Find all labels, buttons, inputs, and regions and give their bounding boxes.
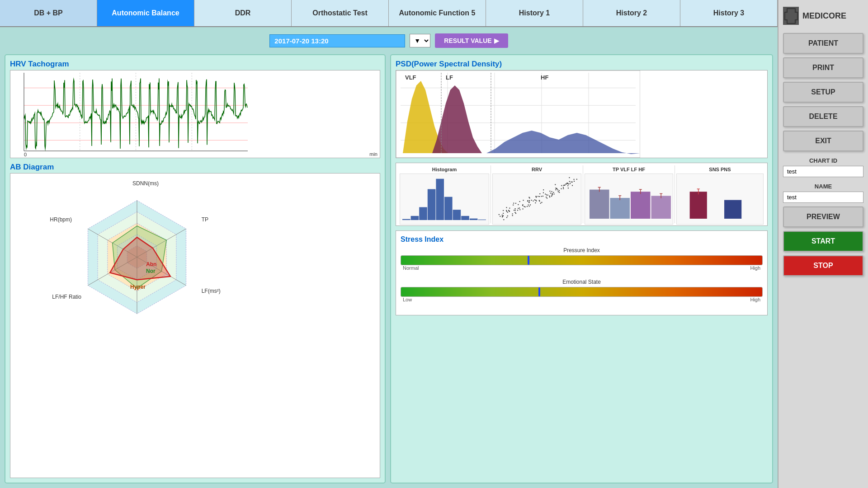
psd-chart: [396, 70, 768, 158]
psd-section: PSD(Power Spectral Density): [396, 60, 768, 158]
ab-title: AB Diagram: [10, 163, 380, 172]
psd-title: PSD(Power Spectral Density): [396, 60, 768, 69]
emotional-state-label: Emotional State: [401, 279, 763, 285]
tp-vlf-lf-hf-section: TP VLF LF HF: [583, 165, 675, 223]
setup-button[interactable]: SETUP: [783, 82, 863, 103]
tab-orthostatic-test[interactable]: Orthostatic Test: [292, 0, 389, 26]
chart-id-label: CHART ID: [783, 157, 863, 164]
tab-autonomic-function[interactable]: Autonomic Function 5: [389, 0, 486, 26]
emotional-marker: [538, 287, 540, 296]
emotional-low-label: Low: [403, 297, 412, 302]
sns-pns-chart: [676, 174, 764, 225]
ab-canvas: [10, 174, 255, 323]
left-panel: HRV Tachogram 140 40 min AB Diagram: [5, 54, 386, 483]
rrv-canvas: [493, 174, 581, 222]
delete-button[interactable]: DELETE: [783, 106, 863, 127]
main-panels: HRV Tachogram 140 40 min AB Diagram: [5, 54, 773, 483]
emotional-high-label: High: [750, 297, 760, 302]
tp-vlf-lf-hf-chart: [585, 174, 673, 225]
name-label: NAME: [783, 183, 863, 190]
pressure-low-label: Normal: [403, 265, 419, 271]
pressure-bar: [401, 255, 763, 265]
hrv-chart: 140 40 min: [10, 70, 380, 158]
pressure-high-label: High: [750, 265, 760, 271]
sidebar: MEDICORE PATIENT PRINT SETUP DELETE EXIT…: [778, 0, 868, 488]
content-area: ▼ RESULT VALUE ▶ HRV Tachogram 140 40 mi…: [0, 27, 778, 488]
pressure-index-container: Pressure Index Normal High: [401, 247, 763, 274]
tp-vlf-lf-hf-title: TP VLF LF HF: [585, 167, 673, 172]
tab-history2[interactable]: History 2: [583, 0, 680, 26]
ab-section: AB Diagram: [10, 163, 380, 478]
tab-history1[interactable]: History 1: [486, 0, 583, 26]
sns-pns-title: SNS PNS: [676, 167, 764, 172]
psd-canvas: [396, 70, 640, 158]
name-section: NAME: [783, 181, 863, 203]
hrv-xlabel: min: [369, 151, 377, 157]
hrv-canvas: [10, 70, 250, 158]
rrv-section: RRV: [491, 165, 583, 223]
stop-button[interactable]: STOP: [783, 255, 863, 276]
rrv-chart: [492, 174, 581, 225]
stress-panel: Stress Index Pressure Index Normal High …: [396, 230, 768, 315]
chart-id-section: CHART ID: [783, 155, 863, 177]
pressure-index-label: Pressure Index: [401, 247, 763, 253]
start-button[interactable]: START: [783, 231, 863, 252]
ab-chart: [10, 173, 380, 478]
histogram-title: Histogram: [400, 167, 489, 172]
stress-title: Stress Index: [401, 235, 763, 244]
stats-row: Histogram RRV TP VLF L: [398, 165, 765, 223]
logo-icon: [783, 7, 799, 25]
logo-area: MEDICORE: [783, 5, 863, 29]
tab-history3[interactable]: History 3: [680, 0, 778, 26]
tab-bar: DB + BP Autonomic Balance DDR Orthostati…: [0, 0, 778, 27]
histogram-canvas: [400, 174, 489, 222]
name-input[interactable]: [783, 192, 863, 203]
tp-canvas: [585, 174, 673, 222]
tab-ddr[interactable]: DDR: [194, 0, 292, 26]
stats-panel: Histogram RRV TP VLF L: [396, 163, 768, 226]
patient-button[interactable]: PATIENT: [783, 33, 863, 54]
hrv-section: HRV Tachogram 140 40 min: [10, 60, 380, 158]
right-panel: PSD(Power Spectral Density) Histogram: [390, 54, 773, 483]
sns-pns-section: SNS PNS: [675, 165, 765, 223]
chart-id-input[interactable]: [783, 166, 863, 177]
exit-button[interactable]: EXIT: [783, 131, 863, 151]
preview-button[interactable]: PREVIEW: [783, 206, 863, 227]
date-input[interactable]: [269, 34, 405, 47]
result-value-button[interactable]: RESULT VALUE ▶: [435, 33, 508, 48]
hrv-title: HRV Tachogram: [10, 60, 380, 69]
pressure-marker: [528, 256, 529, 265]
histogram-section: Histogram: [398, 165, 491, 223]
tab-db-bp[interactable]: DB + BP: [0, 0, 97, 26]
emotional-bar: [401, 287, 763, 297]
rrv-title: RRV: [492, 167, 581, 172]
svg-rect-3: [785, 13, 797, 19]
tab-autonomic-balance[interactable]: Autonomic Balance: [97, 0, 194, 26]
logo-text: MEDICORE: [802, 11, 846, 21]
histogram-chart: [400, 174, 489, 225]
date-dropdown[interactable]: ▼: [410, 34, 430, 47]
print-button[interactable]: PRINT: [783, 57, 863, 78]
sns-pns-canvas: [677, 174, 763, 222]
emotional-state-container: Emotional State Low High: [401, 279, 763, 306]
date-row: ▼ RESULT VALUE ▶: [5, 32, 773, 50]
